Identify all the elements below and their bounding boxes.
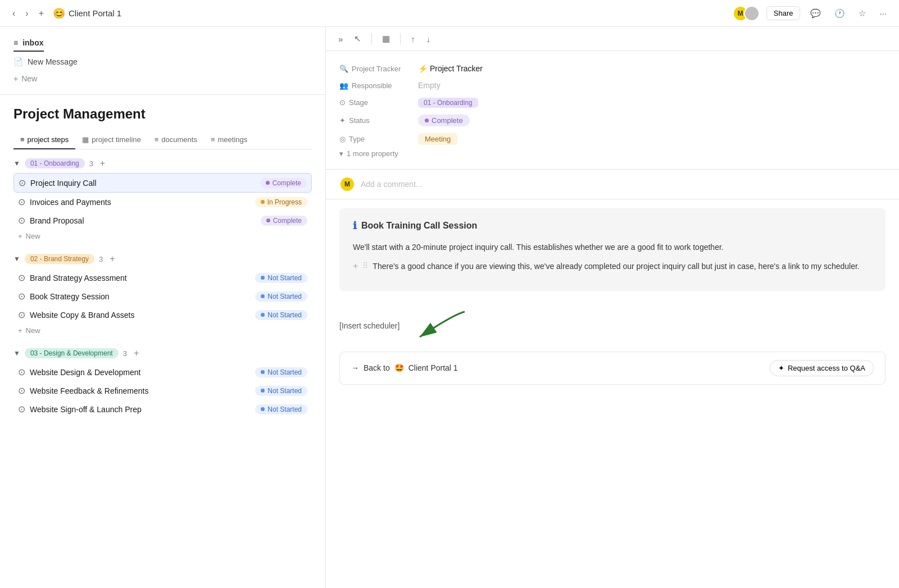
- breadcrumb-expand-button[interactable]: »: [335, 32, 346, 46]
- property-label-type: ◎ Type: [339, 135, 418, 143]
- group-header-brand: ▼ 02 - Brand Strategy 3 +: [13, 254, 312, 264]
- back-arrow-icon: →: [351, 363, 359, 372]
- task-row-web-feedback[interactable]: ⊙ Website Feedback & Refinements Not Sta…: [13, 381, 312, 400]
- drag-handle-icon: ⠿: [362, 261, 368, 270]
- bottom-card-right: ✦ Request access to Q&A: [770, 360, 874, 376]
- nav-prev-button[interactable]: ↑: [407, 32, 419, 46]
- page-emoji: 😊: [53, 7, 65, 20]
- task-name-website-copy: Website Copy & Brand Assets: [30, 311, 135, 320]
- dot-website-copy: [261, 313, 265, 317]
- group-toggle-brand[interactable]: ▼: [13, 255, 20, 263]
- more-button[interactable]: ···: [876, 6, 890, 20]
- status-badge-web-signoff: Not Started: [255, 404, 307, 414]
- group-count-design: 3: [123, 349, 127, 358]
- tag-icon: ◎: [339, 135, 346, 143]
- task-detail-back-button[interactable]: ↖: [351, 31, 365, 46]
- comment-area: M Add a comment...: [326, 170, 899, 199]
- dot-book-strategy: [261, 294, 265, 298]
- file-icon: 📄: [13, 57, 23, 66]
- property-value-responsible[interactable]: Empty: [418, 81, 441, 90]
- task-icon-web-feedback: ⊙: [18, 385, 25, 396]
- task-left-web-design: ⊙ Website Design & Development: [18, 367, 140, 377]
- tab-icon-timeline: ▦: [82, 135, 89, 144]
- status-badge-web-feedback: Not Started: [255, 386, 307, 396]
- property-value-status[interactable]: Complete: [418, 115, 470, 126]
- task-row-book-strategy[interactable]: ⊙ Book Strategy Session Not Started: [13, 287, 312, 306]
- task-name-brand-proposal: Brand Proposal: [30, 216, 84, 225]
- task-name-web-feedback: Website Feedback & Refinements: [30, 386, 148, 395]
- new-task-brand[interactable]: + New: [13, 324, 312, 337]
- new-task-onboarding[interactable]: + New: [13, 230, 312, 243]
- menu-icon: ≡: [13, 38, 18, 47]
- add-row-button[interactable]: +: [353, 261, 358, 271]
- task-icon-web-signoff: ⊙: [18, 404, 25, 414]
- status-badge-web-design: Not Started: [255, 367, 307, 377]
- new-task-label-onboarding: New: [26, 232, 40, 240]
- task-row-invoices[interactable]: ⊙ Invoices and Payments In Progress: [13, 193, 312, 211]
- comment-button[interactable]: 💬: [807, 6, 824, 21]
- group-add-brand[interactable]: +: [107, 254, 117, 264]
- group-add-design[interactable]: +: [131, 348, 141, 358]
- task-name-web-design: Website Design & Development: [30, 368, 140, 377]
- layout-toggle-button[interactable]: ▦: [379, 31, 393, 46]
- access-icon: ✦: [778, 364, 784, 372]
- tab-label-timeline: project timeline: [92, 135, 140, 144]
- toolbar-divider: [371, 33, 372, 44]
- more-property-label: 1 more property: [347, 149, 398, 158]
- group-header-design: ▼ 03 - Design & Development 3 +: [13, 348, 312, 358]
- status-badge-prop: Complete: [418, 115, 470, 126]
- property-value-stage[interactable]: 01 - Onboarding: [418, 98, 478, 107]
- group-toggle-design[interactable]: ▼: [13, 349, 20, 357]
- property-value-tracker[interactable]: ⚡ Project Tracker: [418, 64, 483, 73]
- task-row-web-signoff[interactable]: ⊙ Website Sign-off & Launch Prep Not Sta…: [13, 400, 312, 418]
- search-icon: 🔍: [339, 65, 348, 73]
- task-row-project-inquiry[interactable]: ⊙ Project Inquiry Call Complete: [13, 173, 312, 193]
- task-row-brand-proposal[interactable]: ⊙ Brand Proposal Complete: [13, 211, 312, 230]
- nav-add-button[interactable]: +: [35, 6, 47, 21]
- nav-back-button[interactable]: ‹: [9, 6, 19, 21]
- group-onboarding: ▼ 01 - Onboarding 3 + ⊙ Project Inquiry …: [13, 158, 312, 243]
- info-icon: ℹ: [353, 220, 357, 232]
- tab-project-steps[interactable]: ≡ project steps: [13, 131, 75, 149]
- group-toggle-onboarding[interactable]: ▼: [13, 159, 20, 167]
- main-layout: ≡ inbox 📄 New Message + New Project Mana…: [0, 27, 899, 588]
- page-title: Client Portal 1: [69, 8, 121, 18]
- tabs-row: ≡ project steps ▦ project timeline ≡ doc…: [13, 131, 312, 149]
- property-label-responsible: 👥 Responsible: [339, 81, 418, 90]
- right-panel: » ↖ ▦ ↑ ↓ 🔍 Project Tracker ⚡ Project Tr…: [326, 27, 899, 588]
- status-label-inquiry: Complete: [273, 179, 301, 187]
- content-block: ℹ Book Training Call Session We'll start…: [339, 208, 886, 291]
- task-row-brand-assessment[interactable]: ⊙ Brand Strategy Assessment Not Started: [13, 268, 312, 287]
- share-button[interactable]: Share: [766, 6, 801, 20]
- property-value-type[interactable]: Meeting: [418, 134, 457, 143]
- avatar-secondary: [744, 6, 760, 21]
- bottom-card: → Back to 🤩 Client Portal 1 ✦ Request ac…: [339, 352, 886, 385]
- inbox-new-message[interactable]: 📄 New Message: [13, 52, 312, 72]
- tab-project-timeline[interactable]: ▦ project timeline: [75, 131, 147, 149]
- task-row-web-design[interactable]: ⊙ Website Design & Development Not Start…: [13, 363, 312, 381]
- inbox-new-item[interactable]: + New: [13, 72, 312, 85]
- request-access-button[interactable]: ✦ Request access to Q&A: [770, 360, 874, 376]
- tab-meetings[interactable]: ≡ meetings: [204, 131, 254, 149]
- star-button[interactable]: ☆: [855, 6, 869, 21]
- task-left-book-strategy: ⊙ Book Strategy Session: [18, 291, 110, 302]
- comment-input[interactable]: Add a comment...: [361, 180, 886, 189]
- nav-next-button[interactable]: ↓: [423, 32, 434, 46]
- tab-documents[interactable]: ≡ documents: [148, 131, 204, 149]
- plus-icon-brand: +: [18, 326, 22, 335]
- right-toolbar-left: » ↖ ▦ ↑ ↓: [335, 31, 434, 46]
- back-emoji: 🤩: [394, 363, 404, 372]
- more-property-toggle[interactable]: ▾ 1 more property: [339, 147, 886, 160]
- property-row-tracker: 🔍 Project Tracker ⚡ Project Tracker: [339, 60, 886, 77]
- plus-icon: +: [13, 74, 18, 83]
- history-button[interactable]: 🕐: [831, 6, 848, 21]
- task-row-website-copy[interactable]: ⊙ Website Copy & Brand Assets Not Starte…: [13, 306, 312, 324]
- nav-forward-button[interactable]: ›: [22, 6, 31, 21]
- status-label-brand-proposal: Complete: [273, 217, 302, 225]
- group-add-onboarding[interactable]: +: [98, 158, 107, 168]
- nav-buttons: ‹ › +: [9, 6, 47, 21]
- back-label: Back to: [364, 363, 390, 372]
- chevron-down-icon: ▾: [339, 149, 343, 158]
- group-count-brand: 3: [99, 255, 103, 263]
- group-badge-design: 03 - Design & Development: [25, 348, 119, 358]
